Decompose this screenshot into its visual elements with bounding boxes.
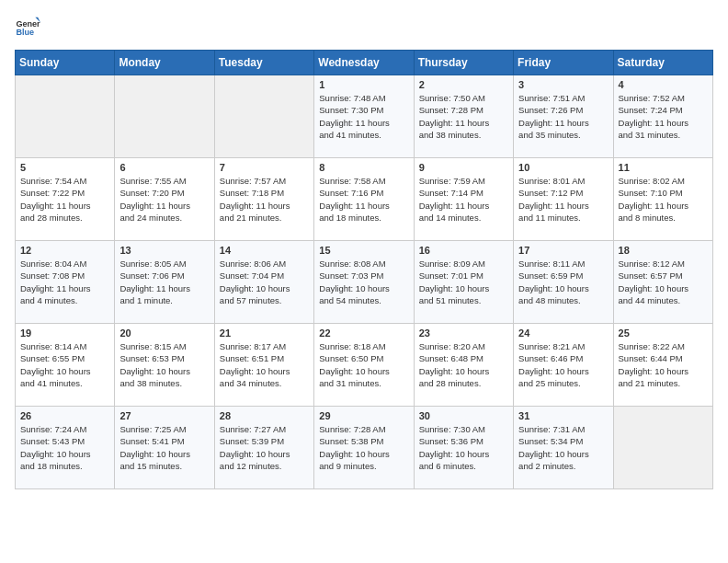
cell-details: Sunrise: 8:01 AMSunset: 7:12 PMDaylight:… bbox=[518, 175, 608, 224]
day-number: 24 bbox=[518, 327, 608, 339]
cell-details: Sunrise: 8:04 AMSunset: 7:08 PMDaylight:… bbox=[20, 258, 109, 306]
calendar-week-row: 26Sunrise: 7:24 AMSunset: 5:43 PMDayligh… bbox=[16, 407, 713, 489]
day-number: 9 bbox=[419, 162, 508, 173]
cell-details: Sunrise: 7:50 AMSunset: 7:28 PMDaylight:… bbox=[419, 92, 508, 141]
calendar-cell bbox=[613, 407, 712, 489]
calendar-week-row: 5Sunrise: 7:54 AMSunset: 7:22 PMDaylight… bbox=[16, 158, 713, 241]
calendar-cell bbox=[115, 75, 214, 158]
cell-details: Sunrise: 7:58 AMSunset: 7:16 PMDaylight:… bbox=[319, 175, 408, 224]
calendar-cell: 16Sunrise: 8:09 AMSunset: 7:01 PMDayligh… bbox=[414, 241, 513, 324]
cell-details: Sunrise: 7:24 AMSunset: 5:43 PMDaylight:… bbox=[20, 423, 109, 472]
cell-details: Sunrise: 7:54 AMSunset: 7:22 PMDaylight:… bbox=[20, 175, 109, 224]
cell-details: Sunrise: 8:20 AMSunset: 6:48 PMDaylight:… bbox=[419, 340, 508, 389]
cell-details: Sunrise: 7:25 AMSunset: 5:41 PMDaylight:… bbox=[119, 423, 209, 472]
weekday-header-cell: Saturday bbox=[613, 51, 712, 75]
calendar-cell: 8Sunrise: 7:58 AMSunset: 7:16 PMDaylight… bbox=[314, 158, 414, 241]
calendar-cell: 9Sunrise: 7:59 AMSunset: 7:14 PMDaylight… bbox=[414, 158, 513, 241]
calendar-cell: 11Sunrise: 8:02 AMSunset: 7:10 PMDayligh… bbox=[613, 158, 712, 241]
cell-details: Sunrise: 8:05 AMSunset: 7:06 PMDaylight:… bbox=[119, 258, 209, 306]
calendar-cell: 30Sunrise: 7:30 AMSunset: 5:36 PMDayligh… bbox=[414, 407, 513, 489]
day-number: 4 bbox=[619, 79, 708, 90]
page-header: General Blue bbox=[15, 15, 713, 40]
calendar-cell: 31Sunrise: 7:31 AMSunset: 5:34 PMDayligh… bbox=[514, 407, 613, 489]
cell-details: Sunrise: 7:28 AMSunset: 5:38 PMDaylight:… bbox=[319, 423, 408, 472]
day-number: 10 bbox=[518, 162, 608, 173]
cell-details: Sunrise: 7:57 AMSunset: 7:18 PMDaylight:… bbox=[220, 175, 309, 224]
day-number: 2 bbox=[419, 79, 508, 90]
day-number: 1 bbox=[319, 79, 408, 90]
cell-details: Sunrise: 8:18 AMSunset: 6:50 PMDaylight:… bbox=[319, 340, 408, 389]
weekday-header-cell: Monday bbox=[115, 51, 214, 75]
day-number: 29 bbox=[319, 410, 408, 421]
cell-details: Sunrise: 8:02 AMSunset: 7:10 PMDaylight:… bbox=[619, 175, 708, 224]
calendar-cell: 10Sunrise: 8:01 AMSunset: 7:12 PMDayligh… bbox=[514, 158, 613, 241]
calendar-cell: 29Sunrise: 7:28 AMSunset: 5:38 PMDayligh… bbox=[314, 407, 414, 489]
cell-details: Sunrise: 8:09 AMSunset: 7:01 PMDaylight:… bbox=[419, 258, 508, 306]
day-number: 11 bbox=[619, 162, 708, 173]
day-number: 8 bbox=[319, 162, 408, 173]
cell-details: Sunrise: 7:51 AMSunset: 7:26 PMDaylight:… bbox=[518, 92, 608, 141]
calendar-cell bbox=[16, 75, 115, 158]
cell-details: Sunrise: 8:17 AMSunset: 6:51 PMDaylight:… bbox=[220, 340, 309, 389]
svg-text:General: General bbox=[16, 19, 40, 29]
cell-details: Sunrise: 7:55 AMSunset: 7:20 PMDaylight:… bbox=[119, 175, 209, 224]
cell-details: Sunrise: 7:52 AMSunset: 7:24 PMDaylight:… bbox=[619, 92, 708, 141]
svg-text:Blue: Blue bbox=[16, 28, 34, 37]
calendar-cell: 20Sunrise: 8:15 AMSunset: 6:53 PMDayligh… bbox=[115, 324, 214, 407]
cell-details: Sunrise: 8:11 AMSunset: 6:59 PMDaylight:… bbox=[518, 258, 608, 306]
day-number: 19 bbox=[20, 327, 109, 339]
day-number: 31 bbox=[518, 410, 608, 421]
calendar-cell: 2Sunrise: 7:50 AMSunset: 7:28 PMDaylight… bbox=[414, 75, 513, 158]
calendar-cell: 6Sunrise: 7:55 AMSunset: 7:20 PMDaylight… bbox=[115, 158, 214, 241]
cell-details: Sunrise: 8:22 AMSunset: 6:44 PMDaylight:… bbox=[619, 340, 708, 389]
day-number: 7 bbox=[220, 162, 309, 173]
calendar-cell: 3Sunrise: 7:51 AMSunset: 7:26 PMDaylight… bbox=[514, 75, 613, 158]
cell-details: Sunrise: 7:30 AMSunset: 5:36 PMDaylight:… bbox=[419, 423, 508, 472]
day-number: 23 bbox=[419, 327, 508, 339]
day-number: 28 bbox=[220, 410, 309, 421]
calendar-table: SundayMondayTuesdayWednesdayThursdayFrid… bbox=[15, 50, 713, 489]
day-number: 16 bbox=[419, 245, 508, 256]
logo: General Blue bbox=[15, 15, 40, 40]
cell-details: Sunrise: 8:08 AMSunset: 7:03 PMDaylight:… bbox=[319, 258, 408, 306]
calendar-week-row: 19Sunrise: 8:14 AMSunset: 6:55 PMDayligh… bbox=[16, 324, 713, 407]
calendar-cell: 18Sunrise: 8:12 AMSunset: 6:57 PMDayligh… bbox=[613, 241, 712, 324]
calendar-week-row: 1Sunrise: 7:48 AMSunset: 7:30 PMDaylight… bbox=[16, 75, 713, 158]
logo-icon: General Blue bbox=[15, 15, 40, 40]
cell-details: Sunrise: 7:31 AMSunset: 5:34 PMDaylight:… bbox=[518, 423, 608, 472]
calendar-cell: 12Sunrise: 8:04 AMSunset: 7:08 PMDayligh… bbox=[16, 241, 115, 324]
weekday-header-cell: Sunday bbox=[16, 51, 115, 75]
day-number: 30 bbox=[419, 410, 508, 421]
weekday-header-row: SundayMondayTuesdayWednesdayThursdayFrid… bbox=[16, 51, 713, 75]
cell-details: Sunrise: 7:27 AMSunset: 5:39 PMDaylight:… bbox=[220, 423, 309, 472]
calendar-cell: 22Sunrise: 8:18 AMSunset: 6:50 PMDayligh… bbox=[314, 324, 414, 407]
calendar-cell: 21Sunrise: 8:17 AMSunset: 6:51 PMDayligh… bbox=[214, 324, 313, 407]
day-number: 18 bbox=[619, 245, 708, 256]
calendar-cell: 5Sunrise: 7:54 AMSunset: 7:22 PMDaylight… bbox=[16, 158, 115, 241]
calendar-cell: 26Sunrise: 7:24 AMSunset: 5:43 PMDayligh… bbox=[16, 407, 115, 489]
day-number: 14 bbox=[220, 245, 309, 256]
calendar-cell: 19Sunrise: 8:14 AMSunset: 6:55 PMDayligh… bbox=[16, 324, 115, 407]
day-number: 20 bbox=[119, 327, 209, 339]
calendar-cell: 7Sunrise: 7:57 AMSunset: 7:18 PMDaylight… bbox=[214, 158, 313, 241]
cell-details: Sunrise: 8:21 AMSunset: 6:46 PMDaylight:… bbox=[518, 340, 608, 389]
calendar-body: 1Sunrise: 7:48 AMSunset: 7:30 PMDaylight… bbox=[16, 75, 713, 489]
calendar-cell: 15Sunrise: 8:08 AMSunset: 7:03 PMDayligh… bbox=[314, 241, 414, 324]
cell-details: Sunrise: 7:59 AMSunset: 7:14 PMDaylight:… bbox=[419, 175, 508, 224]
calendar-cell: 28Sunrise: 7:27 AMSunset: 5:39 PMDayligh… bbox=[214, 407, 313, 489]
calendar-cell: 24Sunrise: 8:21 AMSunset: 6:46 PMDayligh… bbox=[514, 324, 613, 407]
calendar-cell: 17Sunrise: 8:11 AMSunset: 6:59 PMDayligh… bbox=[514, 241, 613, 324]
day-number: 27 bbox=[119, 410, 209, 421]
calendar-cell bbox=[214, 75, 313, 158]
day-number: 21 bbox=[220, 327, 309, 339]
weekday-header-cell: Tuesday bbox=[214, 51, 313, 75]
weekday-header-cell: Wednesday bbox=[314, 51, 414, 75]
calendar-week-row: 12Sunrise: 8:04 AMSunset: 7:08 PMDayligh… bbox=[16, 241, 713, 324]
day-number: 13 bbox=[119, 245, 209, 256]
calendar-cell: 4Sunrise: 7:52 AMSunset: 7:24 PMDaylight… bbox=[613, 75, 712, 158]
weekday-header-cell: Friday bbox=[514, 51, 613, 75]
cell-details: Sunrise: 8:14 AMSunset: 6:55 PMDaylight:… bbox=[20, 340, 109, 389]
day-number: 26 bbox=[20, 410, 109, 421]
cell-details: Sunrise: 8:12 AMSunset: 6:57 PMDaylight:… bbox=[619, 258, 708, 306]
day-number: 6 bbox=[119, 162, 209, 173]
